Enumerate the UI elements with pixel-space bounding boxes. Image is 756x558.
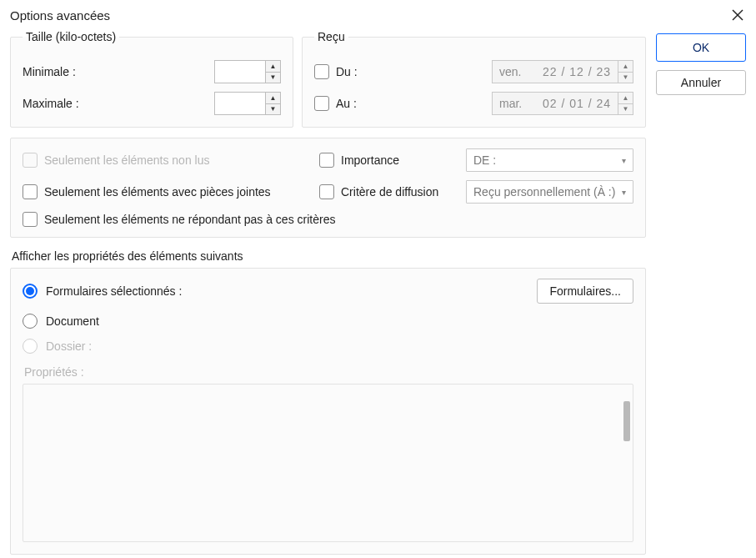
max-size-down-icon[interactable]: ▼ bbox=[266, 103, 280, 115]
distribution-combo[interactable]: Reçu personnellement (À :) ▾ bbox=[466, 180, 633, 204]
filters-group: Seulement les éléments non lus Importanc… bbox=[10, 138, 646, 238]
max-size-up-icon[interactable]: ▲ bbox=[266, 93, 280, 103]
min-size-label: Minimale : bbox=[23, 65, 214, 78]
unread-label: Seulement les éléments non lus bbox=[44, 153, 209, 167]
importance-label: Importance bbox=[341, 153, 399, 167]
min-size-up-icon[interactable]: ▲ bbox=[266, 61, 280, 72]
min-size-input[interactable] bbox=[214, 60, 266, 83]
properties-section-title: Afficher les propriétés des éléments sui… bbox=[12, 249, 644, 263]
received-from-down-icon[interactable]: ▼ bbox=[618, 72, 633, 83]
properties-section: Formulaires sélectionnés : Formulaires..… bbox=[10, 268, 646, 555]
min-size-down-icon[interactable]: ▼ bbox=[266, 72, 280, 83]
radio-folder[interactable] bbox=[23, 339, 38, 354]
group-size-legend: Taille (kilo-octets) bbox=[23, 30, 119, 43]
received-to-label: Au : bbox=[336, 97, 357, 110]
received-to-up-icon[interactable]: ▲ bbox=[618, 93, 633, 103]
radio-document[interactable] bbox=[23, 314, 38, 329]
received-to-date-value: 02 / 01 / 24 bbox=[536, 97, 618, 110]
group-received: Reçu Du : ven. 22 / 12 / 23 ▲ ▼ bbox=[302, 30, 646, 128]
cancel-button[interactable]: Annuler bbox=[656, 70, 746, 95]
distribution-label: Critère de diffusion bbox=[341, 185, 438, 199]
close-button[interactable] bbox=[729, 7, 746, 23]
chevron-down-icon: ▾ bbox=[622, 156, 626, 165]
distribution-checkbox[interactable] bbox=[319, 184, 334, 199]
attachments-checkbox[interactable] bbox=[23, 184, 38, 199]
unread-checkbox[interactable] bbox=[23, 153, 38, 168]
distribution-value: Reçu personnellement (À :) bbox=[473, 185, 615, 199]
received-to-date[interactable]: mar. 02 / 01 / 24 ▲ ▼ bbox=[492, 92, 633, 115]
received-to-day: mar. bbox=[499, 97, 536, 110]
received-from-up-icon[interactable]: ▲ bbox=[618, 61, 633, 72]
chevron-down-icon: ▾ bbox=[622, 188, 626, 197]
received-from-checkbox[interactable] bbox=[314, 64, 329, 79]
received-from-day: ven. bbox=[499, 65, 536, 78]
attachments-label: Seulement les éléments avec pièces joint… bbox=[44, 185, 271, 199]
importance-combo[interactable]: DE : ▾ bbox=[466, 148, 633, 172]
group-size: Taille (kilo-octets) Minimale : ▲ ▼ Maxi… bbox=[10, 30, 293, 128]
received-from-label: Du : bbox=[336, 65, 358, 78]
radio-document-label: Document bbox=[46, 314, 99, 328]
received-to-checkbox[interactable] bbox=[314, 96, 329, 111]
scrollbar-thumb[interactable] bbox=[623, 401, 630, 441]
max-size-label: Maximale : bbox=[23, 97, 214, 110]
radio-selected-forms-label: Formulaires sélectionnés : bbox=[46, 284, 182, 298]
properties-label: Propriétés : bbox=[24, 365, 632, 379]
not-matching-checkbox[interactable] bbox=[23, 212, 38, 227]
max-size-input[interactable] bbox=[214, 92, 266, 115]
radio-selected-forms[interactable] bbox=[23, 284, 38, 299]
min-size-spinner[interactable]: ▲ ▼ bbox=[214, 60, 281, 83]
forms-button[interactable]: Formulaires... bbox=[537, 279, 633, 304]
close-icon bbox=[732, 9, 743, 21]
received-to-down-icon[interactable]: ▼ bbox=[618, 103, 633, 115]
importance-checkbox[interactable] bbox=[319, 153, 334, 168]
received-from-date-value: 22 / 12 / 23 bbox=[536, 65, 618, 78]
window-title: Options avancées bbox=[10, 8, 110, 23]
importance-value: DE : bbox=[473, 153, 496, 167]
max-size-spinner[interactable]: ▲ ▼ bbox=[214, 92, 281, 115]
group-received-legend: Reçu bbox=[314, 30, 348, 43]
properties-listbox[interactable] bbox=[23, 384, 633, 542]
not-matching-label: Seulement les éléments ne répondant pas … bbox=[44, 213, 335, 226]
radio-folder-label: Dossier : bbox=[46, 339, 92, 353]
received-from-date[interactable]: ven. 22 / 12 / 23 ▲ ▼ bbox=[492, 60, 633, 83]
ok-button[interactable]: OK bbox=[656, 33, 746, 62]
